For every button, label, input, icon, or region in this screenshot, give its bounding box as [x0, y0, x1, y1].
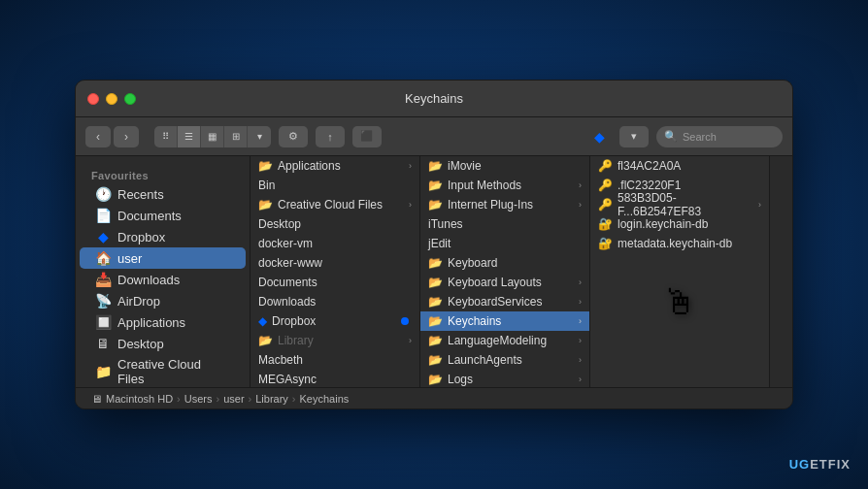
list-item[interactable]: 📂 Input Methods › — [420, 176, 589, 195]
sidebar-item-desktop[interactable]: 🖥 Desktop — [80, 333, 246, 354]
folder-icon: ◆ — [258, 314, 267, 328]
item-label: Keyboard — [448, 256, 497, 270]
view-buttons: ⠿ ☰ ▦ ⊞ ▾ — [154, 126, 271, 147]
back-button[interactable]: ‹ — [85, 126, 111, 147]
sidebar-item-dropbox[interactable]: ◆ Dropbox — [80, 226, 246, 247]
folder-icon: 📂 — [428, 334, 443, 347]
finder-window: Keychains ‹ › ⠿ ☰ ▦ ⊞ ▾ ⚙ ↑ ⬛ ◆ ▾ 🔍 Sea — [75, 80, 793, 409]
sidebar-item-airdrop[interactable]: 📡 AirDrop — [80, 290, 246, 311]
column-4 — [770, 156, 792, 387]
item-label: Desktop — [258, 217, 301, 231]
minimize-button[interactable] — [106, 93, 117, 105]
dropbox-toolbar-icon[interactable]: ◆ — [586, 126, 612, 147]
arrow-icon: › — [579, 200, 582, 210]
sidebar-item-applications[interactable]: 🔲 Applications — [80, 311, 246, 333]
search-box[interactable]: 🔍 Search — [656, 126, 783, 147]
list-item[interactable]: 📂 Internet Plug-Ins › — [420, 195, 589, 214]
list-item[interactable]: 📂 Library › — [250, 331, 419, 350]
list-item[interactable]: 📂 iMovie — [420, 156, 589, 176]
file-icon: 🔑 — [598, 198, 613, 212]
list-item-keychains[interactable]: 📂 Keychains › — [420, 311, 589, 331]
sidebar-item-creative-cloud[interactable]: 📁 Creative Cloud Files — [80, 354, 246, 387]
share-button[interactable]: ↑ — [316, 126, 345, 147]
maximize-button[interactable] — [124, 93, 136, 105]
item-label: docker-www — [258, 256, 322, 270]
creative-cloud-icon: 📁 — [95, 364, 111, 379]
tag-button[interactable]: ⬛ — [352, 126, 382, 147]
list-item[interactable]: 📂 Keyboard — [420, 253, 589, 273]
list-item[interactable]: 🔐 metadata.keychain-db — [590, 234, 769, 253]
file-icon: 🔐 — [598, 237, 613, 250]
item-label: fl34AC2A0A — [618, 159, 681, 173]
list-item[interactable]: Desktop — [250, 214, 419, 234]
item-label: iTunes — [428, 217, 463, 231]
list-item[interactable]: Bin — [250, 176, 419, 195]
columns-container: 📂 Applications › Bin 📂 Creative Cloud Fi… — [250, 156, 792, 387]
item-label: Input Methods — [448, 179, 521, 192]
list-item[interactable]: Documents — [250, 273, 419, 292]
item-label: docker-vm — [258, 237, 313, 250]
icon-view-button[interactable]: ⠿ — [154, 126, 178, 147]
folder-icon: 📂 — [258, 159, 273, 173]
arrow-icon: › — [579, 375, 582, 384]
breadcrumb-part[interactable]: Library — [255, 393, 288, 405]
list-item[interactable]: 🔑 583B3D05-F...6B2547EF83 › — [590, 195, 769, 214]
view-options-button[interactable]: ▾ — [248, 126, 271, 147]
arrow-icon: › — [579, 180, 582, 190]
action-button[interactable]: ⚙ — [279, 126, 308, 147]
list-item[interactable]: MEGAsync — [250, 370, 419, 387]
toolbar-dropdown[interactable]: ▾ — [619, 126, 649, 147]
column-view-button[interactable]: ▦ — [201, 126, 224, 147]
sidebar-item-user[interactable]: 🏠 user — [80, 247, 246, 269]
item-label: metadata.keychain-db — [618, 237, 732, 250]
dropbox-icon: ◆ — [95, 229, 111, 244]
breadcrumb-part[interactable]: Users — [184, 393, 213, 405]
gallery-view-button[interactable]: ⊞ — [224, 126, 248, 147]
list-item[interactable]: 📂 Applications › — [250, 156, 419, 176]
desktop-icon: 🖥 — [95, 336, 111, 351]
sidebar-item-recents[interactable]: 🕐 Recents — [80, 183, 246, 205]
breadcrumb: 🖥 Macintosh HD › Users › user › Library … — [76, 387, 792, 408]
list-item[interactable]: ◆ Dropbox — [250, 311, 419, 331]
column-2: 📂 iMovie 📂 Input Methods › 📂 Internet Pl… — [420, 156, 590, 387]
list-item[interactable]: jEdit — [420, 234, 589, 253]
list-item[interactable]: docker-www — [250, 253, 419, 273]
breadcrumb-part[interactable]: Keychains — [300, 393, 350, 405]
folder-icon: 📂 — [428, 179, 443, 192]
item-label: MEGAsync — [258, 373, 317, 386]
list-item[interactable]: docker-vm — [250, 234, 419, 253]
item-label: Macbeth — [258, 353, 303, 367]
list-item[interactable]: 📂 LanguageModeling › — [420, 331, 589, 350]
list-view-button[interactable]: ☰ — [178, 126, 201, 147]
breadcrumb-part[interactable]: Macintosh HD — [106, 393, 173, 405]
list-item[interactable]: 📂 Creative Cloud Files › — [250, 195, 419, 214]
user-label: user — [117, 251, 142, 266]
list-item[interactable]: 📂 LaunchAgents › — [420, 350, 589, 370]
close-button[interactable] — [87, 93, 99, 105]
recents-label: Recents — [117, 187, 164, 202]
list-item[interactable]: iTunes — [420, 214, 589, 234]
list-item[interactable]: Downloads — [250, 292, 419, 311]
breadcrumb-sep: › — [177, 393, 181, 405]
desktop-label: Desktop — [117, 337, 164, 351]
list-item[interactable]: 🔑 fl34AC2A0A — [590, 156, 769, 176]
watermark-highlight: UG — [789, 457, 811, 472]
item-label: Keyboard Layouts — [448, 276, 542, 289]
sidebar-item-documents[interactable]: 📄 Documents — [80, 205, 246, 226]
list-item[interactable]: Macbeth — [250, 350, 419, 370]
list-item[interactable]: 📂 KeyboardServices › — [420, 292, 589, 311]
airdrop-icon: 📡 — [95, 293, 111, 309]
breadcrumb-part[interactable]: user — [223, 393, 244, 405]
folder-icon: 📂 — [428, 276, 443, 289]
list-item[interactable]: 📂 Logs › — [420, 370, 589, 387]
window-title: Keychains — [405, 91, 463, 106]
breadcrumb-icon: 🖥 — [91, 393, 102, 405]
forward-button[interactable]: › — [114, 126, 139, 147]
item-label: Keychains — [448, 314, 501, 328]
sidebar-item-downloads[interactable]: 📥 Downloads — [80, 269, 246, 290]
nav-buttons: ‹ › — [85, 126, 139, 147]
arrow-icon: › — [579, 336, 582, 345]
applications-label: Applications — [117, 315, 185, 330]
arrow-icon: › — [579, 277, 582, 287]
list-item[interactable]: 📂 Keyboard Layouts › — [420, 273, 589, 292]
